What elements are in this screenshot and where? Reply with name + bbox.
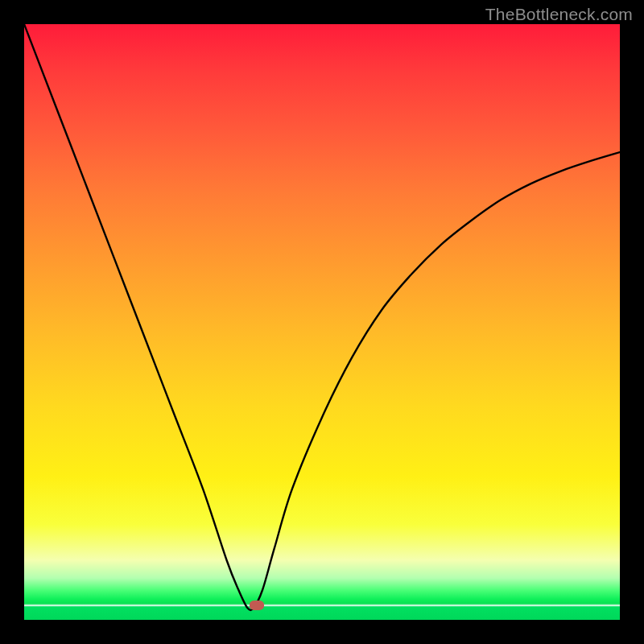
plot-area [24, 24, 620, 620]
chart-frame: TheBottleneck.com [0, 0, 644, 644]
minimum-marker [250, 601, 264, 610]
watermark-text: TheBottleneck.com [485, 5, 633, 24]
bottleneck-curve [24, 24, 620, 620]
